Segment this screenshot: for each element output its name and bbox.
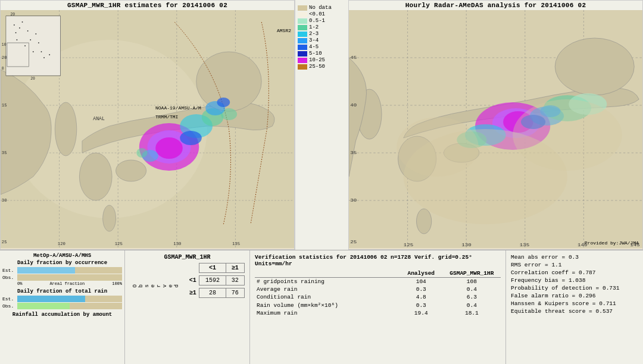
svg-point-41: [43, 57, 45, 58]
legend-swatch-25: [298, 64, 307, 70]
svg-text:0: 0: [2, 66, 4, 71]
bar-axis-end: 100%: [112, 281, 122, 286]
svg-text:30: 30: [350, 197, 357, 203]
svg-text:25: 25: [350, 239, 357, 244]
stat-rms: RMS error = 1.1: [511, 262, 638, 268]
svg-text:125: 125: [404, 242, 414, 247]
stats-label-4: Maximum rain: [255, 309, 399, 317]
legend-swatch-10: [298, 58, 307, 63]
stats-table: Analysed GSMAP_MWR_1HR # gridpoints rain…: [255, 269, 501, 317]
verification-title: Verification statistics for 20141006 02 …: [255, 254, 501, 267]
stats-row-3: Rain volume (mm×km²×10⁶) 0.3 0.4: [255, 301, 501, 309]
obs-bar-2: [17, 303, 70, 309]
svg-point-31: [15, 32, 17, 33]
svg-point-83: [513, 99, 622, 171]
svg-text:125: 125: [115, 241, 123, 246]
est-label-2: Est.: [2, 296, 17, 302]
svg-point-38: [38, 42, 39, 43]
svg-point-39: [33, 51, 34, 52]
accumulation-section: Rainfall accumulation by amount: [2, 312, 122, 318]
obs-bar-1: [17, 274, 61, 281]
svg-text:45: 45: [350, 55, 357, 60]
svg-point-15: [103, 205, 116, 231]
legend-001: <0.01: [298, 11, 346, 17]
stat-pod: Probability of detection = 0.731: [511, 285, 638, 291]
matrix-cell-10: 28: [199, 288, 226, 298]
amsr2-label: AMSR2: [277, 28, 291, 33]
stats-analysed-4: 19.4: [399, 309, 443, 317]
right-map-area: 45 40 35 30 25 125 130 135 140 145 Provi…: [349, 10, 642, 248]
svg-point-26: [136, 148, 147, 158]
legend-swatch-nodata: [298, 5, 307, 11]
stats-col-gsmap: GSMAP_MWR_1HR: [443, 269, 501, 278]
svg-point-42: [49, 54, 50, 55]
svg-text:40: 40: [350, 102, 357, 108]
stats-row-2: Conditional rain 4.8 6.3: [255, 293, 501, 301]
legend-label-nodata: No data: [309, 5, 332, 11]
svg-text:135: 135: [520, 242, 530, 247]
stats-est-2: 6.3: [443, 293, 501, 301]
legend-25: 25-50: [298, 64, 346, 70]
stats-label-2: Conditional rain: [255, 293, 399, 301]
trmm-label: TRMM/TMI: [155, 114, 178, 120]
stats-est-1: 0.4: [443, 285, 501, 293]
observed-label-col: Observed: [130, 273, 186, 298]
stat-ets: Equitable threat score = 0.537: [511, 308, 638, 315]
rain-section: Daily fraction of total rain Est. Obs.: [2, 288, 122, 309]
bar-axis-start: 0%: [17, 281, 22, 286]
legend-label-05: 0.5-1: [309, 18, 325, 24]
svg-point-35: [30, 39, 31, 40]
stats-label-1: Average rain: [255, 285, 399, 293]
stats-analysed-1: 0.3: [399, 285, 443, 293]
stat-hk: Hanssen & Kuipers score = 0.711: [511, 300, 638, 307]
svg-text:ANAL: ANAL: [93, 116, 105, 122]
est-bar-1: [17, 267, 75, 274]
stats-row-0: # gridpoints raining 104 108: [255, 278, 501, 285]
stats-label-0: # gridpoints raining: [255, 278, 399, 285]
svg-point-71: [417, 209, 432, 234]
svg-text:35: 35: [2, 150, 7, 155]
obs-label-1: Obs.: [2, 275, 17, 280]
verification-stats: Verification statistics for 20141006 02 …: [250, 250, 506, 364]
matrix-row-lt1: <1: [186, 276, 199, 285]
legend-panel: No data <0.01 0.5-1 1-2 2-3 3-4: [295, 0, 348, 250]
legend-2: 2-3: [298, 31, 346, 37]
matrix-empty-corner: [130, 263, 186, 273]
stats-est-0: 108: [443, 278, 501, 285]
top-section: GSMAP_MWR_1HR estimates for 20141006 02: [0, 0, 643, 250]
svg-text:120: 120: [58, 241, 66, 246]
occurrence-title: Daily fraction by occurrence: [2, 260, 122, 266]
legend-swatch-5: [298, 51, 307, 57]
observed-rotated-label: Observed: [132, 283, 180, 287]
bar-axis-label: Areal fraction: [49, 281, 85, 286]
svg-point-37: [35, 33, 36, 34]
svg-text:10: 10: [2, 42, 7, 47]
svg-text:25: 25: [2, 240, 7, 244]
left-map-svg: 20 10 0 20 20 15 35 30 25 120 125 130 13…: [1, 10, 294, 248]
stats-empty-col: [255, 269, 399, 278]
stat-mean-abs: Mean abs error = 0.3: [511, 254, 638, 261]
obs-label-2: Obs.: [2, 303, 17, 309]
stats-row-1: Average rain 0.3 0.4: [255, 285, 501, 293]
svg-point-33: [27, 30, 29, 32]
svg-point-34: [16, 39, 17, 40]
legend-label-5: 5-10: [309, 51, 322, 57]
metop-label: MetOp-A/AMSU-A/MHS: [2, 253, 122, 259]
stats-analysed-3: 0.3: [399, 301, 443, 309]
svg-point-18: [155, 137, 183, 159]
matrix-table: <1 ≥1 Observed <1 1592 32: [130, 263, 245, 298]
matrix-header-ge1: ≥1: [226, 263, 244, 273]
legend-label-3: 3-4: [309, 37, 319, 43]
legend-swatch-1: [298, 25, 307, 30]
legend-label-10: 10-25: [309, 57, 325, 63]
contingency-matrix: GSMAP_MWR_1HR <1 ≥1 Observed: [125, 250, 250, 364]
svg-point-11: [79, 153, 112, 200]
bottom-section: MetOp-A/AMSU-A/MHS Daily fraction by occ…: [0, 250, 643, 364]
stats-col-analysed: Analysed: [399, 269, 443, 278]
right-map-panel: Hourly Radar-AMeDAS analysis for 2014100…: [348, 0, 643, 250]
svg-text:30: 30: [2, 198, 7, 203]
svg-point-30: [19, 27, 20, 29]
svg-point-22: [180, 131, 202, 145]
svg-point-69: [555, 38, 634, 95]
legend-nodata: No data: [298, 5, 346, 11]
